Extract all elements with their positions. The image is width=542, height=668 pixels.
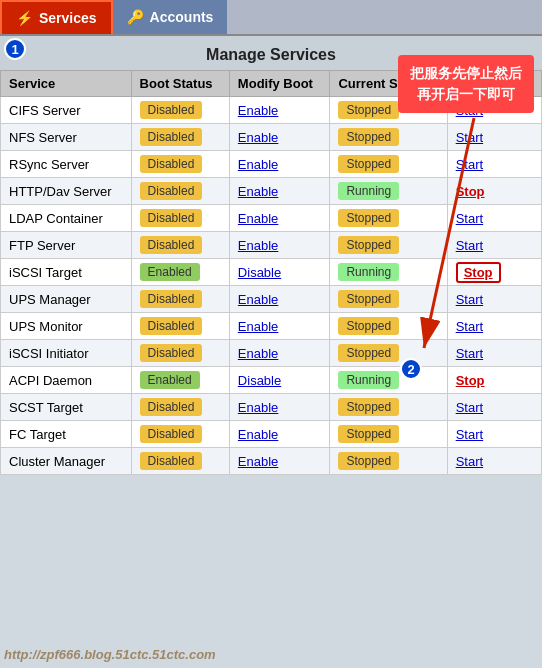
cell-modify-boot[interactable]: Disable bbox=[229, 259, 330, 286]
cell-current-status: Stopped bbox=[330, 421, 447, 448]
col-service: Service bbox=[1, 71, 132, 97]
current-status-badge: Stopped bbox=[338, 101, 399, 119]
action-link[interactable]: Start bbox=[456, 211, 483, 226]
action-link-highlighted[interactable]: Stop bbox=[456, 262, 501, 283]
step-2-circle: 2 bbox=[400, 358, 422, 380]
boot-status-badge: Disabled bbox=[140, 236, 203, 254]
cell-modify-boot[interactable]: Enable bbox=[229, 286, 330, 313]
modify-boot-link[interactable]: Enable bbox=[238, 454, 278, 469]
cell-service-name: LDAP Container bbox=[1, 205, 132, 232]
modify-boot-link[interactable]: Enable bbox=[238, 184, 278, 199]
cell-boot-status: Disabled bbox=[131, 97, 229, 124]
cell-boot-status: Disabled bbox=[131, 313, 229, 340]
tab-accounts-label: Accounts bbox=[150, 9, 214, 25]
cell-modify-boot[interactable]: Enable bbox=[229, 124, 330, 151]
cell-modify-boot[interactable]: Disable bbox=[229, 367, 330, 394]
step-1-circle: 1 bbox=[4, 38, 26, 60]
cell-modify-boot[interactable]: Enable bbox=[229, 394, 330, 421]
boot-status-badge: Disabled bbox=[140, 398, 203, 416]
cell-action[interactable]: Start bbox=[447, 448, 541, 475]
cell-action[interactable]: Stop bbox=[447, 259, 541, 286]
watermark: http://zpf666.blog.51ctc.51ctc.com bbox=[0, 647, 542, 662]
col-boot-status: Boot Status bbox=[131, 71, 229, 97]
cell-action[interactable]: Start bbox=[447, 286, 541, 313]
table-row: FTP ServerDisabledEnableStoppedStart bbox=[1, 232, 542, 259]
cell-action[interactable]: Start bbox=[447, 205, 541, 232]
modify-boot-link[interactable]: Enable bbox=[238, 238, 278, 253]
action-link[interactable]: Start bbox=[456, 292, 483, 307]
modify-boot-link[interactable]: Enable bbox=[238, 319, 278, 334]
cell-current-status: Stopped bbox=[330, 286, 447, 313]
accounts-icon: 🔑 bbox=[127, 9, 144, 25]
cell-action[interactable]: Start bbox=[447, 151, 541, 178]
modify-boot-link[interactable]: Enable bbox=[238, 157, 278, 172]
current-status-badge: Stopped bbox=[338, 290, 399, 308]
modify-boot-link[interactable]: Disable bbox=[238, 265, 281, 280]
table-row: HTTP/Dav ServerDisabledEnableRunningStop bbox=[1, 178, 542, 205]
cell-service-name: NFS Server bbox=[1, 124, 132, 151]
action-link[interactable]: Start bbox=[456, 454, 483, 469]
action-link[interactable]: Start bbox=[456, 400, 483, 415]
action-link[interactable]: Start bbox=[456, 157, 483, 172]
cell-modify-boot[interactable]: Enable bbox=[229, 313, 330, 340]
cell-action[interactable]: Stop bbox=[447, 367, 541, 394]
modify-boot-link[interactable]: Enable bbox=[238, 103, 278, 118]
action-link[interactable]: Start bbox=[456, 346, 483, 361]
cell-boot-status: Disabled bbox=[131, 421, 229, 448]
cell-action[interactable]: Start bbox=[447, 421, 541, 448]
current-status-badge: Stopped bbox=[338, 425, 399, 443]
boot-status-badge: Enabled bbox=[140, 263, 200, 281]
boot-status-badge: Disabled bbox=[140, 182, 203, 200]
action-link[interactable]: Stop bbox=[456, 373, 485, 388]
modify-boot-link[interactable]: Disable bbox=[238, 373, 281, 388]
cell-service-name: CIFS Server bbox=[1, 97, 132, 124]
cell-modify-boot[interactable]: Enable bbox=[229, 97, 330, 124]
cell-service-name: Cluster Manager bbox=[1, 448, 132, 475]
current-status-badge: Stopped bbox=[338, 452, 399, 470]
current-status-badge: Stopped bbox=[338, 155, 399, 173]
cell-modify-boot[interactable]: Enable bbox=[229, 448, 330, 475]
modify-boot-link[interactable]: Enable bbox=[238, 130, 278, 145]
tab-services[interactable]: ⚡ Services bbox=[0, 0, 113, 34]
modify-boot-link[interactable]: Enable bbox=[238, 292, 278, 307]
services-icon: ⚡ bbox=[16, 10, 33, 26]
action-link[interactable]: Start bbox=[456, 319, 483, 334]
action-link[interactable]: Start bbox=[456, 238, 483, 253]
current-status-badge: Running bbox=[338, 371, 399, 389]
table-row: FC TargetDisabledEnableStoppedStart bbox=[1, 421, 542, 448]
cell-action[interactable]: Start bbox=[447, 313, 541, 340]
cell-current-status: Stopped bbox=[330, 205, 447, 232]
col-modify-boot: Modify Boot bbox=[229, 71, 330, 97]
cell-action[interactable]: Start bbox=[447, 394, 541, 421]
cell-current-status: Stopped bbox=[330, 124, 447, 151]
cell-modify-boot[interactable]: Enable bbox=[229, 421, 330, 448]
cell-action[interactable]: Start bbox=[447, 232, 541, 259]
cell-action[interactable]: Start bbox=[447, 340, 541, 367]
cell-modify-boot[interactable]: Enable bbox=[229, 205, 330, 232]
modify-boot-link[interactable]: Enable bbox=[238, 400, 278, 415]
cell-modify-boot[interactable]: Enable bbox=[229, 178, 330, 205]
boot-status-badge: Disabled bbox=[140, 101, 203, 119]
cell-boot-status: Disabled bbox=[131, 286, 229, 313]
action-link[interactable]: Start bbox=[456, 427, 483, 442]
cell-modify-boot[interactable]: Enable bbox=[229, 340, 330, 367]
table-row: iSCSI InitiatorDisabledEnableStoppedStar… bbox=[1, 340, 542, 367]
cell-service-name: UPS Monitor bbox=[1, 313, 132, 340]
cell-modify-boot[interactable]: Enable bbox=[229, 232, 330, 259]
cell-service-name: HTTP/Dav Server bbox=[1, 178, 132, 205]
tab-accounts[interactable]: 🔑 Accounts bbox=[113, 0, 228, 34]
cell-current-status: Stopped bbox=[330, 313, 447, 340]
cell-action[interactable]: Stop bbox=[447, 178, 541, 205]
cell-boot-status: Disabled bbox=[131, 448, 229, 475]
cell-action[interactable]: Start bbox=[447, 124, 541, 151]
boot-status-badge: Disabled bbox=[140, 209, 203, 227]
current-status-badge: Stopped bbox=[338, 344, 399, 362]
action-link[interactable]: Stop bbox=[456, 184, 485, 199]
cell-service-name: SCST Target bbox=[1, 394, 132, 421]
cell-modify-boot[interactable]: Enable bbox=[229, 151, 330, 178]
modify-boot-link[interactable]: Enable bbox=[238, 211, 278, 226]
action-link[interactable]: Start bbox=[456, 130, 483, 145]
table-row: RSync ServerDisabledEnableStoppedStart bbox=[1, 151, 542, 178]
modify-boot-link[interactable]: Enable bbox=[238, 346, 278, 361]
modify-boot-link[interactable]: Enable bbox=[238, 427, 278, 442]
